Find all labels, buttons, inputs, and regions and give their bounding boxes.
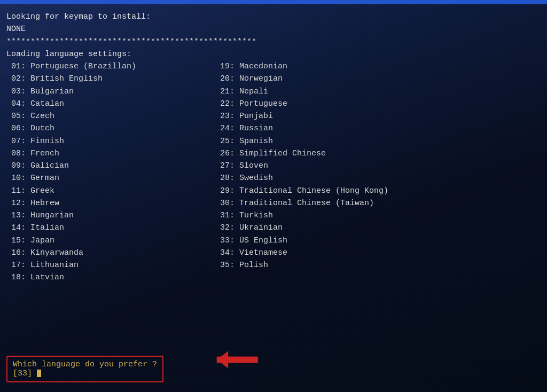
list-item: 08: French — [6, 147, 220, 160]
list-item: 02: British English — [6, 73, 220, 85]
list-item: 19: Macedonian — [220, 60, 541, 73]
list-item: 13: Hungarian — [6, 209, 220, 222]
cursor-blink — [37, 370, 41, 377]
list-item: 17: Lithuanian — [6, 259, 220, 271]
list-item: 16: Kinyarwanda — [6, 247, 220, 259]
list-item: 04: Catalan — [6, 98, 220, 110]
list-item: 26: Simplified Chinese — [220, 147, 541, 160]
list-item: 31: Turkish — [220, 209, 541, 222]
prompt-line2: [33] — [13, 369, 157, 378]
list-item: 22: Portuguese — [220, 98, 541, 110]
list-item: 18: Latvian — [6, 271, 220, 284]
list-item: 21: Nepali — [220, 85, 541, 98]
red-arrow-icon — [203, 347, 267, 373]
list-item: 01: Portuguese (Brazillan) — [6, 60, 220, 73]
prompt-area: Which language do you prefer ? [33] — [6, 356, 387, 382]
list-item: 34: Vietnamese — [220, 247, 541, 259]
svg-marker-1 — [217, 351, 228, 369]
list-item: 10: German — [6, 172, 220, 184]
list-item: 35: Polish — [220, 259, 541, 271]
loading-line: Loading language settings: — [6, 48, 541, 60]
list-item: 30: Traditional Chinese (Taiwan) — [220, 197, 541, 209]
right-column: 19: Macedonian20: Norwegian21: Nepali22:… — [220, 60, 541, 284]
list-item: 24: Russian — [220, 122, 541, 135]
list-item: 07: Finnish — [6, 135, 220, 147]
language-columns: 01: Portuguese (Brazillan) 02: British E… — [6, 60, 541, 284]
list-item: 03: Bulgarian — [6, 85, 220, 98]
keymap-line1: Looking for keymap to install: — [6, 11, 541, 23]
top-bar — [0, 0, 547, 4]
list-item: 23: Punjabi — [220, 110, 541, 122]
terminal-screen: Looking for keymap to install: NONE ****… — [0, 0, 547, 392]
terminal-content: Looking for keymap to install: NONE ****… — [6, 11, 541, 284]
arrow-area — [203, 347, 267, 376]
prompt-line1: Which language do you prefer ? — [13, 360, 157, 369]
list-item: 05: Czech — [6, 110, 220, 122]
list-item: 33: US English — [220, 234, 541, 247]
list-item: 15: Japan — [6, 234, 220, 247]
list-item: 25: Spanish — [220, 135, 541, 147]
prompt-box: Which language do you prefer ? [33] — [6, 356, 163, 382]
list-item: 27: Sloven — [220, 160, 541, 172]
keymap-line2: NONE — [6, 23, 541, 35]
list-item: 06: Dutch — [6, 122, 220, 135]
list-item: 12: Hebrew — [6, 197, 220, 209]
list-item: 28: Swedish — [220, 172, 541, 184]
stars-line: ****************************************… — [6, 36, 541, 48]
list-item: 32: Ukrainian — [220, 222, 541, 234]
list-item: 29: Traditional Chinese (Hong Kong) — [220, 185, 541, 197]
list-item: 20: Norwegian — [220, 73, 541, 85]
list-item: 11: Greek — [6, 185, 220, 197]
list-item: 14: Italian — [6, 222, 220, 234]
left-column: 01: Portuguese (Brazillan) 02: British E… — [6, 60, 220, 284]
list-item: 09: Galician — [6, 160, 220, 172]
